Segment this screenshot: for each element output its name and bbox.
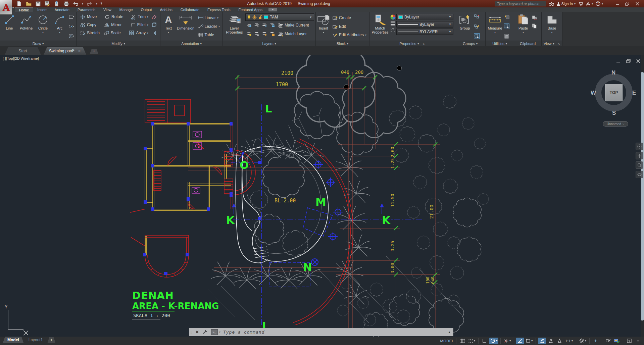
measure-button[interactable]: Measure ▾ (487, 13, 503, 40)
match-properties-button[interactable]: Match Properties (371, 13, 389, 40)
leader-dropdown[interactable]: ▾ (218, 25, 220, 28)
paste-dropdown[interactable]: ▾ (523, 31, 524, 34)
text-dropdown[interactable]: ▾ (168, 31, 169, 34)
named-view-dropdown[interactable]: Unnamed▽ (603, 121, 628, 127)
annotation-scale-icon[interactable] (555, 338, 563, 344)
tab-express-tools[interactable]: Express Tools (203, 7, 234, 12)
object-color-dropdown[interactable]: ByLayer ▼ (396, 14, 453, 20)
new-drawing-tab-button[interactable]: + (90, 49, 98, 54)
isolate-objects-toggle[interactable] (604, 338, 612, 344)
fillet-dropdown[interactable]: ▾ (147, 23, 148, 27)
annotation-autoscale-toggle[interactable] (547, 338, 555, 344)
object-snap-tracking-toggle[interactable] (516, 338, 524, 344)
tab-start-drawing[interactable]: Start (5, 47, 41, 55)
arc-dropdown[interactable]: ▾ (59, 31, 60, 34)
qat-customize-dropdown[interactable]: ▾̿ (101, 2, 102, 5)
block-create-button[interactable]: Create (331, 14, 368, 22)
text-button[interactable]: A Text ▾ (162, 13, 175, 40)
grid-display-toggle[interactable] (458, 338, 466, 344)
rotate-button[interactable]: Rotate (103, 13, 129, 21)
application-menu-caret[interactable]: ▾ (12, 6, 14, 9)
orbit-icon[interactable] (636, 171, 643, 178)
panel-label-annotation[interactable]: Annotation▾ (160, 41, 222, 46)
panel-label-layers[interactable]: Layers▾ (223, 41, 315, 46)
plot-icon[interactable] (63, 1, 69, 7)
group-button[interactable]: Group (456, 13, 473, 40)
viewcube-top-face[interactable]: TOP (605, 84, 623, 101)
crosshair-customization[interactable]: + (592, 338, 600, 344)
search-input[interactable]: Type a keyword or phrase (495, 1, 546, 6)
layer-on-all-icon[interactable] (246, 31, 252, 37)
pan-icon[interactable] (636, 152, 643, 159)
layer-off-icon[interactable] (246, 22, 252, 28)
tab-add-ins[interactable]: Add-ins (156, 7, 177, 12)
trim-dropdown[interactable]: ▾ (147, 15, 148, 18)
snap-mode-toggle[interactable]: ▾ (467, 338, 476, 344)
erase-button[interactable] (150, 13, 158, 21)
viewcube-north[interactable]: N (611, 69, 615, 76)
fillet-button[interactable]: Fillet▾ (129, 21, 150, 29)
rectangle-tool-icon[interactable]: ▾ (68, 14, 74, 19)
match-layer-button[interactable]: Match Layer (277, 30, 307, 38)
hardware-acceleration-toggle[interactable] (613, 338, 621, 344)
close-button[interactable] (635, 1, 640, 6)
annotation-scale-dropdown[interactable]: ▾ (572, 339, 573, 342)
array-dropdown[interactable]: ▾ (147, 32, 148, 35)
command-history-toggle[interactable]: ▲ (448, 330, 453, 334)
tab-home[interactable]: Home (15, 7, 33, 12)
help-icon[interactable]: ?▾ (596, 1, 603, 6)
drawing-viewport[interactable]: 2100 1700 040 200 2.00 1.25 11.50 3.25 3… (0, 55, 644, 337)
layer-lock-icon[interactable] (269, 22, 275, 28)
offset-button[interactable] (150, 29, 158, 37)
dimension-button[interactable]: Dimension (176, 13, 195, 40)
layer-isolate-icon[interactable] (254, 22, 259, 28)
sign-in-dropdown[interactable]: ▾ (574, 2, 576, 5)
layer-dropdown[interactable]: TAM ▼ (245, 13, 314, 21)
restore-button[interactable] (625, 1, 630, 6)
copy-button[interactable]: Copy (79, 21, 103, 29)
zoom-extents-icon[interactable] (636, 161, 643, 169)
layer-properties-button[interactable]: Layer Properties (224, 13, 245, 40)
panel-label-utilities[interactable]: Utilities▾ (486, 41, 514, 46)
layer-sun-all-icon[interactable] (261, 31, 267, 37)
sign-in-button[interactable]: Sign In ▾ (557, 2, 576, 6)
arc-button[interactable]: Arc ▾ (52, 13, 68, 40)
line-button[interactable]: Line (1, 13, 17, 40)
object-snap-toggle[interactable]: ▾ (525, 338, 534, 344)
command-bar-close-icon[interactable]: ✕ (193, 330, 201, 335)
tab-output[interactable]: Output (137, 7, 156, 12)
array-button[interactable]: Array▾ (128, 29, 150, 37)
save-as-icon[interactable] (44, 1, 50, 7)
copy-clip-icon[interactable] (532, 23, 537, 29)
base-button[interactable]: Base ▾ (544, 13, 560, 40)
linear-button[interactable]: Linear▾ (196, 14, 221, 22)
tab-view[interactable]: View (99, 7, 115, 12)
viewport-scrollbar[interactable] (641, 55, 644, 337)
panel-label-properties[interactable]: Properties▾↘ (369, 41, 455, 46)
select-window-icon[interactable] (504, 23, 509, 29)
floor-plan-canvas[interactable]: 2100 1700 040 200 2.00 1.25 11.50 3.25 3… (0, 55, 644, 337)
isodraft-dropdown[interactable]: ▾ (509, 339, 511, 342)
panel-label-groups[interactable]: Groups▾ (455, 41, 485, 46)
snap-dropdown[interactable]: ▾ (474, 339, 475, 342)
redo-dropdown[interactable]: ▾ (96, 2, 97, 5)
move-button[interactable]: Move (79, 13, 103, 21)
close-drawing-icon[interactable]: ✕ (78, 49, 81, 53)
panel-label-draw[interactable]: Draw▾ (0, 41, 76, 46)
redo-icon[interactable] (87, 1, 93, 7)
group-selection-toggle[interactable] (474, 33, 480, 39)
clean-screen-toggle[interactable] (625, 338, 633, 344)
lineweight-dropdown[interactable]: ByLayer ▼ (396, 21, 453, 28)
annotation-scale-value[interactable]: 1:1▾ (564, 338, 574, 344)
workspace-dropdown[interactable]: ▾ (585, 339, 586, 342)
customization-menu[interactable]: ≡ (634, 338, 642, 344)
viewport-minimize-icon[interactable] (616, 59, 621, 63)
insert-button[interactable]: Insert ▾ (317, 13, 330, 40)
hatch-tool-icon[interactable]: ▾ (68, 33, 74, 39)
isometric-drafting-toggle[interactable]: ▾ (503, 338, 512, 344)
model-tab[interactable]: Model (3, 337, 24, 343)
block-edit-button[interactable]: Edit (331, 22, 368, 31)
stretch-button[interactable]: Stretch (79, 29, 102, 37)
layer-unlock-all-icon[interactable] (269, 31, 275, 37)
viewcube-east[interactable]: E (632, 90, 636, 96)
